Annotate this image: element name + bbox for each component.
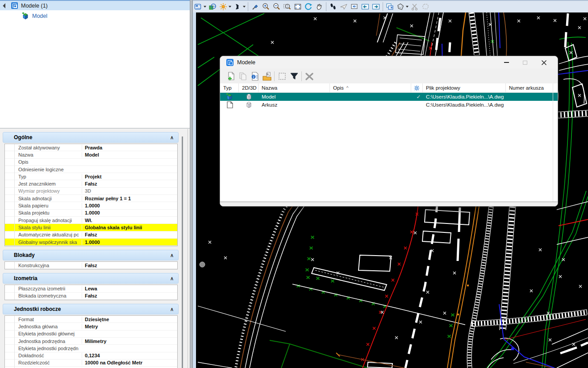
copy-model-button[interactable]: [237, 70, 249, 82]
property-label: Jednostka główna: [5, 324, 82, 329]
delete-model-button[interactable]: [303, 70, 315, 82]
close-button[interactable]: [534, 57, 553, 68]
property-row[interactable]: Skala projektu1.0000: [5, 210, 177, 217]
dialog-titlebar[interactable]: Modele: [220, 56, 558, 69]
property-row[interactable]: Jednostka podrzędnaMilimetry: [5, 338, 177, 345]
property-row[interactable]: NazwaModel: [5, 151, 177, 158]
display-style-icon: [209, 3, 217, 11]
column-header-nazwa[interactable]: Nazwa: [259, 83, 330, 93]
pan-button[interactable]: [314, 1, 325, 12]
properties-scrollbar[interactable]: [182, 136, 183, 368]
section-header[interactable]: Jednostki robocze∧: [3, 304, 179, 314]
modele-dialog[interactable]: Modele i Typ 2D/3D Nazwa Opis^ Plik pr: [220, 56, 558, 207]
model-row-arkusz[interactable]: ArkuszC:\Users\Klaudia.Piekieln...\A.dwg: [220, 101, 558, 109]
column-header-typ[interactable]: Typ: [220, 83, 239, 93]
properties-panel-edge: [188, 129, 188, 368]
sheet-boundary-button[interactable]: [276, 70, 288, 82]
presentation-dropdown-caret[interactable]: [243, 6, 246, 8]
model-row-model[interactable]: Model✓C:\Users\Klaudia.Piekieln...\A.dwg: [220, 93, 558, 101]
property-row[interactable]: FormatDziesiętne: [5, 316, 177, 323]
update-view-button[interactable]: [250, 1, 260, 12]
property-row[interactable]: Rozdzielczość10000 na Odległość Metr: [5, 360, 177, 367]
maximize-button[interactable]: [516, 57, 534, 68]
element-clip-button[interactable]: [420, 1, 431, 12]
property-row[interactable]: KonstrukcyjnaFałsz: [5, 262, 177, 269]
fly-button[interactable]: [338, 1, 349, 12]
zoom-in-button[interactable]: [260, 1, 271, 12]
rotate-view-button[interactable]: [303, 1, 314, 12]
property-row[interactable]: Skala papieru1.0000: [5, 202, 177, 209]
zoom-out-button[interactable]: [271, 1, 282, 12]
copy-view-button[interactable]: [384, 1, 395, 12]
fit-view-button[interactable]: [292, 1, 303, 12]
property-row[interactable]: Skala stylu liniiGlobalna skala stylu li…: [5, 224, 177, 231]
column-header-numer[interactable]: Numer arkusza: [506, 83, 554, 93]
new-model-button[interactable]: [225, 70, 237, 82]
property-value: Fałsz: [82, 232, 177, 237]
collapse-chevron-icon[interactable]: ∧: [170, 252, 174, 258]
section-header[interactable]: Ogólne∧: [3, 132, 179, 143]
property-row[interactable]: Skala adnotacjiRozmiar pełny 1 = 1: [5, 195, 177, 202]
property-row[interactable]: TypProjekt: [5, 173, 177, 180]
clip-volume-button[interactable]: [395, 1, 406, 12]
property-row[interactable]: Dokładność0,1234: [5, 352, 177, 360]
view-previous-icon: [361, 3, 369, 11]
tree-root-modele[interactable]: Modele (1): [0, 1, 190, 10]
view-attributes-dropdown-caret[interactable]: [204, 6, 206, 8]
application-window: Modele (1) Model Ogólne∧Został aktywowan…: [0, 0, 588, 368]
property-row[interactable]: Jest znacznikiemFałsz: [5, 180, 177, 187]
collapse-chevron-icon[interactable]: ∧: [170, 306, 174, 312]
view-previous-button[interactable]: [360, 1, 371, 12]
property-row[interactable]: Odniesienie logiczne: [5, 166, 177, 173]
view-attributes-button[interactable]: [193, 1, 204, 12]
property-row[interactable]: Automatycznie aktualizuj pcFałsz: [5, 232, 177, 239]
sun-button[interactable]: [218, 1, 229, 12]
close-icon: [541, 60, 547, 66]
section-header[interactable]: Izometria∧: [3, 273, 179, 284]
sun-dropdown-caret[interactable]: [229, 6, 231, 8]
property-row[interactable]: Etykieta jednostki podrzędn: [5, 345, 177, 352]
filter-button[interactable]: [288, 70, 300, 82]
property-row[interactable]: Blokada izometrycznaFałsz: [5, 293, 177, 300]
property-row[interactable]: Jednostka głównaMetry: [5, 323, 177, 330]
column-header-2d3d[interactable]: 2D/3D: [239, 83, 259, 93]
property-value: Prawda: [82, 145, 177, 150]
column-header-plik[interactable]: Plik projektowy: [423, 83, 506, 93]
property-label: Blokada izometryczna: [5, 293, 82, 298]
property-row[interactable]: Propaguj skalę adnotacjiWł.: [5, 217, 177, 224]
property-value: Lewa: [82, 286, 177, 291]
dialog-footer[interactable]: [220, 202, 558, 206]
minimize-button[interactable]: [497, 57, 516, 68]
import-model-button[interactable]: [261, 70, 273, 82]
tree-item-model[interactable]: Model: [0, 12, 190, 21]
walk-button[interactable]: [328, 1, 338, 12]
column-header-opis[interactable]: Opis^: [330, 83, 411, 93]
sheet-number: [506, 93, 554, 101]
property-row[interactable]: Wymiar projektowy3D: [5, 188, 177, 195]
section-header[interactable]: Blokady∧: [3, 250, 179, 260]
view-next-button[interactable]: [371, 1, 381, 12]
column-header-active[interactable]: [411, 83, 423, 93]
collapse-chevron-icon[interactable]: ∧: [170, 135, 174, 141]
property-label: Etykieta jednostki podrzędn: [5, 346, 82, 351]
property-row[interactable]: Opis: [5, 159, 177, 166]
window-area-button[interactable]: [282, 1, 292, 12]
panel-splitter[interactable]: [190, 0, 193, 368]
tree-expand-caret-icon[interactable]: [3, 3, 8, 8]
model-properties-button[interactable]: i: [249, 70, 261, 82]
3d-cube-icon: [246, 93, 252, 100]
property-row[interactable]: Został aktywowanyPrawda: [5, 144, 177, 151]
property-row[interactable]: Płaszczyzna izometriiLewa: [5, 285, 177, 292]
property-row[interactable]: Etykieta jednostki głównej: [5, 331, 177, 338]
clip-volume-dropdown-caret[interactable]: [406, 6, 409, 8]
map-gray-dot: [200, 262, 205, 267]
display-style-button[interactable]: [207, 1, 218, 12]
property-row[interactable]: Globalny współczynnik ska1.0000: [5, 239, 177, 246]
property-value: Projekt: [82, 174, 177, 179]
tree-root-label: Modele (1): [21, 3, 48, 9]
presentation-button[interactable]: [232, 1, 243, 12]
collapse-chevron-icon[interactable]: ∧: [170, 276, 174, 281]
models-table-body: Model✓C:\Users\Klaudia.Piekieln...\A.dwg…: [220, 93, 558, 203]
navigate-view-button[interactable]: [349, 1, 360, 12]
clip-mask-button[interactable]: [409, 1, 420, 12]
